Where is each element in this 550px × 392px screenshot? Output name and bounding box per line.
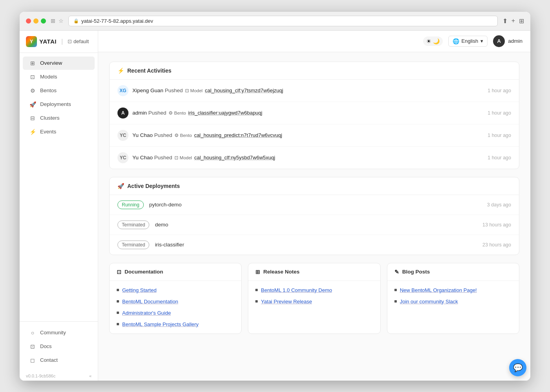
deployment-name[interactable]: pytorch-demo [149,202,487,208]
docs-icon: ⊡ [29,343,36,350]
action-word: Pushed [154,132,174,138]
deployment-item: Running pytorch-demo 3 days ago [110,195,519,215]
bullet-icon [255,300,258,303]
lock-icon: 🔒 [73,18,79,24]
info-link[interactable]: Yatai Preview Release [261,299,312,304]
info-link[interactable]: New BentoML Organization Page! [400,287,477,293]
resource-link[interactable]: iris_classifier:uajygwd7w6bapuqj [188,110,262,116]
info-link[interactable]: BentoML Documentation [122,299,178,304]
type-badge: ⊡ Model [174,155,192,160]
sidebar-item-bentos[interactable]: ⚙Bentos [23,84,95,97]
info-link[interactable]: BentoML Sample Projects Gallery [122,321,199,327]
collapse-icon[interactable]: « [89,374,92,378]
bullet-icon [394,300,397,303]
new-tab-icon[interactable]: + [512,17,515,25]
activity-icon: ⚡ [117,67,124,74]
overview-icon: ⊞ [29,60,36,66]
theme-toggle[interactable]: ☀ 🌙 [423,36,443,46]
sidebar-bottom: ○Community⊡Docs◻Contact [20,321,98,371]
list-item: Getting Started [117,287,234,293]
sidebar-label-bentos: Bentos [40,88,57,93]
info-link-list: Getting Started BentoML Documentation Ad… [117,287,234,327]
avatar: A [117,108,128,119]
maximize-button[interactable] [41,18,46,24]
version-row: v0.0.1-9cb586c « [20,371,98,381]
activity-text: Yu Chao Pushed ⚙ Bento cal_housing_predi… [132,132,481,138]
recent-activities-title: Recent Activities [127,67,171,74]
deployment-item: Terminated iris-classifier 23 hours ago [110,235,519,255]
sidebar-label-events: Events [40,129,56,135]
namespace-label: default [73,38,89,44]
namespace-badge[interactable]: ⊡ default [68,38,89,44]
action-word: Pushed [148,110,168,116]
type-badge: ⚙ Bento [169,110,186,116]
close-button[interactable] [26,18,31,24]
resource-link[interactable]: cal_housing_clf:ny5ysbd7w6w5xuqj [194,155,275,160]
bullet-icon [117,323,119,325]
deployment-name[interactable]: demo [155,222,482,228]
deployments-icon: 🚀 [117,183,124,189]
extensions-icon[interactable]: ⊞ [519,17,524,25]
deployment-name[interactable]: iris-classifier [155,242,482,248]
bullet-icon [117,289,119,291]
info-card-release-notes: ⊞ Release Notes BentoML 1.0 Community De… [248,263,380,334]
deployment-time: 13 hours ago [482,222,511,228]
namespace-icon: ⊡ [68,38,72,44]
info-link[interactable]: BentoML 1.0 Community Demo [261,287,332,293]
activity-item: YC Yu Chao Pushed ⚙ Bento cal_housing_pr… [110,124,519,147]
address-bar[interactable]: 🔒 yatai-52-77-5-82.apps.yatai.dev [68,16,498,26]
sidebar-label-clusters: Clusters [40,115,60,121]
language-label: English [462,38,478,44]
minimize-button[interactable] [33,18,38,24]
card-header-icon: ⊡ [117,269,121,275]
info-card-documentation: ⊡ Documentation Getting Started BentoML … [109,263,242,334]
info-link[interactable]: Administrator's Guide [122,310,171,316]
list-item: Administrator's Guide [117,310,234,316]
card-header-title: Release Notes [263,269,299,275]
resource-link[interactable]: cal_housing_clf:y7tsmzd7w6ejzuqj [205,88,283,93]
main-content: ⚡ Recent Activities XG Xipeng Guan Pushe… [98,52,530,381]
sidebar-item-models[interactable]: ⊡Models [23,70,95,84]
chevron-down-icon: ▾ [480,38,483,44]
deployment-item: Terminated demo 13 hours ago [110,215,519,235]
info-link[interactable]: Getting Started [122,287,156,293]
info-card-body: New BentoML Organization Page! Join our … [387,281,519,311]
sidebar-item-clusters[interactable]: ⊟Clusters [23,111,95,125]
resource-link[interactable]: cal_housing_predict:n7t7rud7w6vcvuqj [194,132,282,138]
active-deployments-title: Active Deployments [127,183,180,189]
list-item: BentoML 1.0 Community Demo [255,287,373,293]
share-icon[interactable]: ⬆ [502,17,508,25]
chat-button[interactable]: 💬 [509,359,526,376]
type-badge: ⚙ Bento [174,133,192,138]
sidebar-toggle-icon[interactable]: ⊞ [51,18,55,24]
activity-time: 1 hour ago [488,88,511,93]
bookmark-icon[interactable]: ☆ [59,18,64,24]
activity-text: Xipeng Guan Pushed ⊡ Model cal_housing_c… [132,88,481,93]
info-link[interactable]: Join our community Slack [400,299,458,304]
sidebar-item-overview[interactable]: ⊞Overview [23,57,95,70]
language-selector[interactable]: 🌐 English ▾ [448,36,488,47]
activity-time: 1 hour ago [488,155,511,160]
active-deployments-header: 🚀 Active Deployments [110,177,519,195]
user-badge[interactable]: A admin [493,35,522,47]
sidebar-item-events[interactable]: ⚡Events [23,125,95,139]
activity-item: A admin Pushed ⚙ Bento iris_classifier:u… [110,102,519,124]
sidebar-item-deployments[interactable]: 🚀Deployments [23,98,95,111]
browser-action-buttons: ⬆ + ⊞ [502,17,524,25]
sidebar-item-community[interactable]: ○Community [23,326,95,339]
sidebar-item-docs[interactable]: ⊡Docs [23,340,95,353]
sidebar-label-community: Community [40,330,66,335]
logo-text: YATAI [39,38,57,45]
bullet-icon [117,312,119,314]
status-badge: Running [117,201,144,209]
sidebar: Y YATAI | ⊡ default ⊞Overview⊡Models⚙Ben… [20,31,98,381]
status-badge: Terminated [117,241,149,249]
card-header-title: Documentation [125,269,163,275]
info-card-body: BentoML 1.0 Community Demo Yatai Preview… [248,281,380,311]
sidebar-label-overview: Overview [40,60,62,66]
info-card-body: Getting Started BentoML Documentation Ad… [110,281,241,334]
actor-name: Yu Chao [132,155,153,160]
header-right: ☀ 🌙 🌐 English ▾ A admin [423,35,522,47]
sidebar-item-contact[interactable]: ◻Contact [23,354,95,367]
status-badge: Terminated [117,221,149,229]
